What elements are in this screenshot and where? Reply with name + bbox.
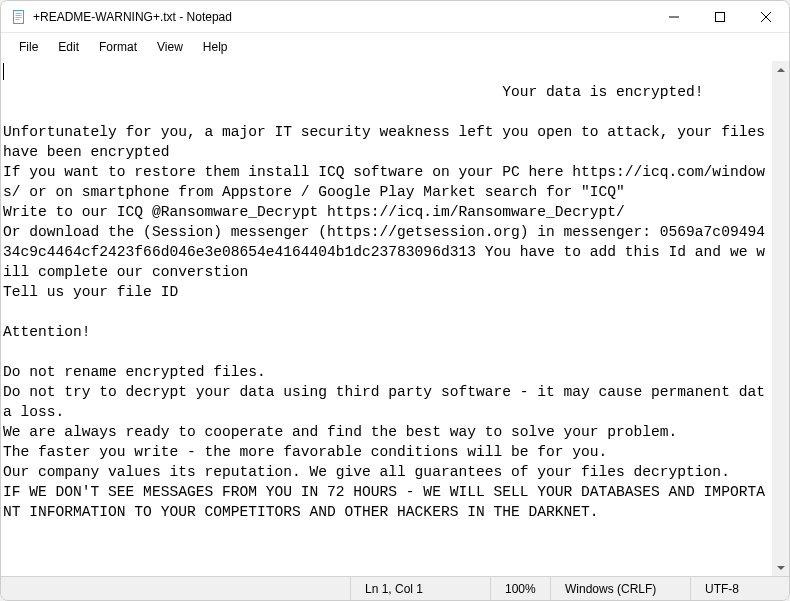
status-line-endings: Windows (CRLF) <box>550 577 690 600</box>
menu-format[interactable]: Format <box>89 36 147 58</box>
editor-area: Your data is encrypted! Unfortunately fo… <box>1 61 789 576</box>
svg-rect-6 <box>716 12 725 21</box>
status-encoding: UTF-8 <box>690 577 789 600</box>
scroll-down-button[interactable] <box>772 559 789 576</box>
menubar: File Edit Format View Help <box>1 33 789 61</box>
scroll-up-button[interactable] <box>772 61 789 78</box>
status-zoom: 100% <box>490 577 550 600</box>
menu-file[interactable]: File <box>9 36 48 58</box>
status-position: Ln 1, Col 1 <box>350 577 490 600</box>
statusbar: Ln 1, Col 1 100% Windows (CRLF) UTF-8 <box>1 576 789 600</box>
scrollbar-track[interactable] <box>772 78 789 559</box>
close-button[interactable] <box>743 1 789 32</box>
vertical-scrollbar[interactable] <box>772 61 789 576</box>
text-caret <box>3 63 4 80</box>
notepad-window: +README-WARNING+.txt - Notepad File Edit… <box>0 0 790 601</box>
menu-view[interactable]: View <box>147 36 193 58</box>
text-editor[interactable]: Your data is encrypted! Unfortunately fo… <box>1 61 772 576</box>
notepad-icon <box>11 9 27 25</box>
maximize-button[interactable] <box>697 1 743 32</box>
menu-edit[interactable]: Edit <box>48 36 89 58</box>
window-controls <box>651 1 789 32</box>
menu-help[interactable]: Help <box>193 36 238 58</box>
window-title: +README-WARNING+.txt - Notepad <box>33 10 651 24</box>
svg-marker-10 <box>777 566 785 570</box>
minimize-button[interactable] <box>651 1 697 32</box>
svg-marker-9 <box>777 68 785 72</box>
titlebar[interactable]: +README-WARNING+.txt - Notepad <box>1 1 789 33</box>
editor-content: Your data is encrypted! Unfortunately fo… <box>3 84 772 520</box>
